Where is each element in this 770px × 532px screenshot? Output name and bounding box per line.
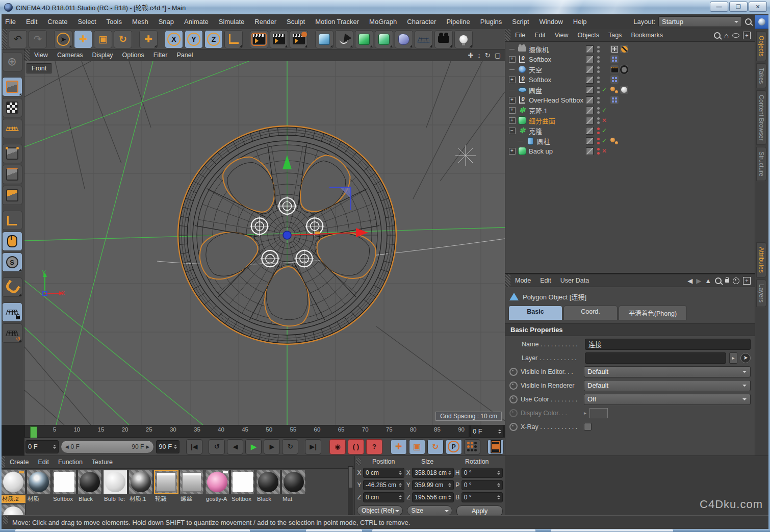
autokey-button[interactable]: ( ) [348, 439, 364, 454]
key-position-button[interactable]: ✚ [391, 439, 407, 454]
add-deformer-button[interactable] [395, 30, 413, 48]
menu-pipeline[interactable]: Pipeline [441, 18, 475, 26]
am-track-icon[interactable] [733, 277, 739, 284]
render-settings-button[interactable] [290, 30, 308, 48]
rotate-tool[interactable]: ↻ [114, 30, 132, 48]
viewport-pan-icon[interactable]: ✚ [468, 52, 473, 59]
menu-render[interactable]: Render [249, 18, 281, 26]
rotation-p-field[interactable]: 0 ° [461, 480, 503, 490]
undo-button[interactable]: ↶ [9, 30, 27, 48]
anim-dot-use-color[interactable] [509, 395, 518, 403]
current-frame-spinner[interactable]: 0 F [25, 440, 59, 453]
tweak-mode-button[interactable] [2, 232, 22, 251]
coordinate-system-button[interactable] [224, 30, 243, 48]
viewport-maximize-icon[interactable]: ▢ [495, 52, 501, 59]
menu-window[interactable]: Window [534, 18, 568, 26]
anim-dot-visible-renderer[interactable] [509, 382, 518, 390]
coords-grip[interactable] [356, 458, 361, 465]
size-x-field[interactable]: 358.018 cm [412, 468, 453, 478]
viewport[interactable]: Front Grid Spacing : 10 cm Y X [24, 61, 505, 425]
phong-tag[interactable] [610, 137, 619, 145]
snap-button[interactable] [2, 277, 22, 297]
visible-editor-dropdown[interactable]: Default [584, 366, 751, 377]
minimize-button[interactable]: — [710, 2, 728, 12]
model-mode-button[interactable] [2, 77, 22, 96]
name-field[interactable]: 连接 [585, 339, 751, 350]
texture-mode-button[interactable] [2, 98, 22, 117]
om-menu-view[interactable]: View [550, 32, 573, 39]
material-item[interactable]: 材质 [27, 470, 51, 503]
material-item[interactable]: Black [256, 470, 280, 503]
close-button[interactable]: ✕ [749, 2, 767, 12]
om-menu-objects[interactable]: Objects [573, 32, 604, 39]
viewport-zoom-icon[interactable]: ↕ [477, 52, 481, 59]
am-forward-icon[interactable]: ▶ [696, 277, 701, 285]
xpresso-tag[interactable] [610, 55, 619, 63]
tab-layers[interactable]: Layers [756, 280, 766, 307]
anim-dot-xray[interactable] [509, 423, 518, 431]
object-row-overhead-softbox[interactable]: + 0 OverHead Softbox [505, 95, 755, 105]
timeline-window-button[interactable] [487, 439, 504, 454]
layer-browse-button[interactable]: ▸ [729, 352, 737, 364]
menu-sculpt[interactable]: Sculpt [281, 18, 310, 26]
layout-dropdown[interactable]: Startup [658, 16, 742, 27]
size-mode-dropdown[interactable]: Size [407, 505, 453, 516]
enabled-check[interactable]: ✓ [600, 86, 608, 93]
points-mode-button[interactable] [2, 144, 22, 163]
material-scrollbar[interactable] [348, 466, 353, 515]
edges-mode-button[interactable] [2, 165, 22, 184]
am-menu-mode[interactable]: Mode [510, 277, 535, 284]
add-light-button[interactable] [454, 30, 473, 48]
search-icon[interactable] [745, 18, 752, 25]
vp-menu-display[interactable]: Display [88, 52, 118, 59]
menu-plugins[interactable]: Plugins [475, 18, 507, 26]
menu-help[interactable]: Help [568, 18, 592, 26]
xpresso-tag[interactable] [610, 75, 619, 84]
display-color-swatch[interactable] [589, 408, 608, 418]
toolbar-grip[interactable] [2, 29, 7, 49]
workplane-mode-button[interactable] [2, 119, 22, 138]
rotation-b-field[interactable]: 0 ° [461, 492, 503, 502]
last-tool[interactable]: ✚ [139, 30, 158, 48]
add-environment-button[interactable] [415, 30, 433, 48]
key-pla-button[interactable] [464, 439, 480, 454]
om-menu-tags[interactable]: Tags [604, 32, 626, 39]
use-color-dropdown[interactable]: Off [584, 394, 751, 405]
viewport-rotate-icon[interactable]: ↻ [485, 52, 491, 59]
keying-options-button[interactable]: ? [366, 439, 382, 454]
redo-button[interactable]: ↷ [29, 30, 47, 48]
am-lock-icon[interactable] [725, 279, 729, 283]
vp-menu-options[interactable]: Options [118, 52, 149, 59]
tab-basic[interactable]: Basic [508, 306, 562, 320]
position-z-field[interactable]: 0 cm [363, 492, 404, 502]
om-search-icon[interactable] [714, 32, 721, 39]
key-scale-button[interactable]: ▣ [409, 439, 425, 454]
vp-menu-cameras[interactable]: Cameras [53, 52, 88, 59]
mm-menu-texture[interactable]: Texture [87, 459, 117, 466]
object-row-softbox2[interactable]: + 0 Softbox [505, 74, 755, 85]
visibility-dots[interactable] [596, 46, 600, 53]
next-key-button[interactable]: ↻ [282, 439, 298, 454]
material-item[interactable]: Bulb Te: [103, 470, 127, 503]
key-parameter-button[interactable]: P [446, 439, 462, 454]
material-item[interactable]: Black [78, 470, 102, 503]
xray-checkbox[interactable] [584, 423, 592, 430]
object-row-backup[interactable]: + Back up ✕ [505, 146, 755, 156]
disabled-cross[interactable]: ✕ [600, 117, 608, 124]
mm-menu-create[interactable]: Create [5, 459, 34, 466]
menu-animate[interactable]: Animate [179, 18, 214, 26]
object-row-camera[interactable]: 摄像机 [505, 44, 755, 54]
menu-file[interactable]: File [0, 18, 21, 26]
play-button[interactable]: ▶ [245, 439, 262, 454]
axis-mode-button[interactable] [2, 211, 22, 230]
object-row-sds[interactable]: + 细分曲面 ✕ [505, 115, 755, 125]
am-search-icon[interactable] [715, 277, 722, 284]
om-menu-bookmarks[interactable]: Bookmarks [626, 32, 668, 39]
object-row-cloner[interactable]: − ✽ 克隆 ✓ [505, 125, 755, 136]
am-menu-edit[interactable]: Edit [535, 277, 556, 284]
render-view-button[interactable] [250, 30, 268, 48]
object-row-cloner1[interactable]: + ✽ 克隆.1 ✓ [505, 105, 755, 115]
om-menu-edit[interactable]: Edit [530, 32, 550, 39]
tab-objects[interactable]: Objects [756, 31, 766, 61]
material-item-selected[interactable]: 轮毂 [154, 470, 178, 503]
